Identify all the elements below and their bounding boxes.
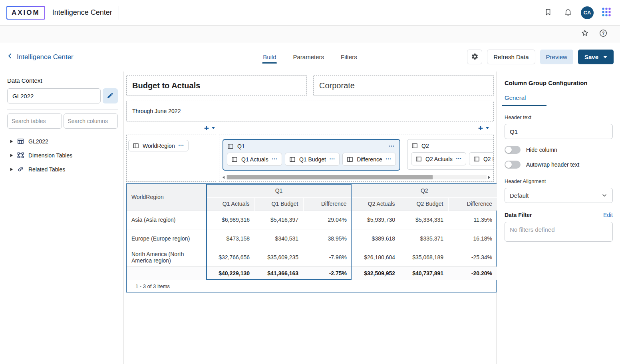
refresh-data-button[interactable]: Refresh Data — [487, 50, 535, 64]
topbar-actions: CA — [541, 6, 614, 20]
column-chip-q2-budget[interactable]: Q2 Budget ••• — [469, 152, 494, 165]
apps-grid-button[interactable] — [599, 6, 614, 20]
add-column-group-button[interactable]: + — [478, 124, 489, 132]
tree-item-gl2022[interactable]: GL2022 — [7, 134, 118, 148]
settings-button[interactable] — [467, 50, 482, 64]
data-context-input[interactable] — [7, 88, 101, 103]
hide-column-toggle[interactable] — [505, 146, 521, 154]
caret-right-icon[interactable] — [10, 168, 13, 171]
chip-menu-icon[interactable]: ••• — [456, 157, 462, 161]
data-filter-edit-link[interactable]: Edit — [603, 212, 613, 218]
report-period-block[interactable]: Through June 2022 — [126, 101, 494, 121]
help-icon: ? — [599, 29, 608, 39]
favorite-button[interactable] — [579, 28, 590, 40]
save-button[interactable]: Save — [578, 50, 614, 64]
header-text-input[interactable] — [505, 124, 613, 139]
preview-button[interactable]: Preview — [540, 50, 573, 64]
svg-text:?: ? — [602, 31, 604, 36]
tables-tree: GL2022 Dimension Tables Related Tables — [7, 134, 118, 176]
hide-column-toggle-row[interactable]: Hide column — [505, 146, 613, 154]
column-group-q1-chips: Q1 Actuals ••• Q1 Budget ••• — [223, 152, 399, 170]
scrollbar-track[interactable] — [226, 175, 487, 179]
toggle-knob — [505, 147, 512, 153]
report-toolbar: Intelligence Center Build Parameters Fil… — [0, 42, 620, 72]
column-chip-q1-difference[interactable]: Difference ••• — [342, 153, 396, 166]
column-groups-zone[interactable]: Q1 ••• Q1 Actuals ••• — [219, 135, 494, 182]
header-alignment-label: Header Alignment — [505, 178, 613, 184]
logo-text: AXIOM — [12, 9, 40, 16]
scrollbar-thumb[interactable] — [227, 175, 433, 179]
row-group-chip-worldregion[interactable]: WorldRegion ••• — [128, 140, 189, 151]
column-header[interactable]: Q1 Budget — [254, 197, 303, 210]
chip-menu-icon[interactable]: ••• — [179, 144, 184, 147]
chip-menu-icon[interactable]: ••• — [272, 157, 278, 161]
group-header-q2[interactable]: Q2 — [352, 184, 497, 197]
search-columns-input[interactable] — [64, 113, 118, 129]
caret-right-icon[interactable] — [10, 140, 13, 143]
horizontal-scrollbar[interactable] — [223, 175, 490, 180]
star-icon — [580, 29, 589, 39]
column-chip-q1-actuals[interactable]: Q1 Actuals ••• — [227, 153, 282, 166]
plus-icon: + — [478, 124, 483, 132]
tree-item-dimension-tables[interactable]: Dimension Tables — [7, 148, 118, 162]
link-icon — [17, 165, 24, 173]
autowrap-toggle-row[interactable]: Autowrap header text — [505, 161, 613, 169]
apps-grid-icon — [601, 7, 612, 18]
column-group-q2[interactable]: Q2 Q2 Actuals ••• — [407, 139, 494, 170]
toolbar-actions: Refresh Data Preview Save — [467, 50, 614, 64]
data-grid[interactable]: WorldRegion Q1 Q2 Q1 Actuals Q1 Budget D… — [126, 183, 497, 292]
column-header[interactable]: Difference — [448, 197, 497, 210]
back-link[interactable]: Intelligence Center — [6, 52, 74, 62]
row-group-zone[interactable]: WorldRegion ••• — [126, 135, 216, 182]
cell: $5,416,397 — [254, 210, 303, 229]
cell: $35,068,189 — [400, 248, 448, 267]
cell: 38.95% — [303, 229, 352, 248]
notifications-button[interactable] — [561, 6, 575, 20]
edit-data-context-button[interactable] — [103, 88, 118, 103]
add-row: + + — [126, 121, 494, 135]
column-header[interactable]: Difference — [303, 197, 352, 210]
total-cell: $41,366,163 — [254, 267, 303, 280]
tab-general[interactable]: General — [505, 94, 526, 106]
scroll-right-icon[interactable] — [488, 176, 490, 179]
group-menu-icon[interactable]: ••• — [389, 145, 395, 148]
chip-menu-icon[interactable]: ••• — [386, 157, 391, 161]
row-label: Europe (Europe region) — [127, 229, 206, 248]
autowrap-toggle[interactable] — [505, 161, 521, 169]
column-header[interactable]: Q2 Actuals — [352, 197, 400, 210]
row-header-cell[interactable]: WorldRegion — [127, 184, 206, 210]
data-filter-box[interactable]: No filters defined — [505, 222, 613, 242]
header-alignment-select[interactable]: Default — [505, 188, 613, 203]
report-title-block[interactable]: Budget to Actuals — [126, 75, 307, 96]
scroll-left-icon[interactable] — [223, 176, 225, 179]
caret-right-icon[interactable] — [10, 154, 13, 157]
search-tables-input[interactable] — [7, 113, 62, 129]
cell: 16.18% — [448, 229, 497, 248]
column-icon — [347, 156, 353, 163]
report-subtitle-block[interactable]: Corporate — [313, 75, 494, 96]
add-row-group-button[interactable]: + — [204, 124, 215, 132]
tab-parameters[interactable]: Parameters — [292, 50, 325, 64]
avatar[interactable]: CA — [581, 6, 594, 19]
tree-item-related-tables[interactable]: Related Tables — [7, 162, 118, 176]
bookmark-button[interactable] — [541, 6, 555, 20]
column-chip-q2-actuals[interactable]: Q2 Actuals ••• — [411, 152, 466, 165]
column-icon — [473, 156, 480, 162]
column-header[interactable]: Q2 Budget — [400, 197, 448, 210]
cell: $5,334,331 — [400, 210, 448, 229]
tab-build[interactable]: Build — [262, 50, 277, 64]
help-button[interactable]: ? — [598, 28, 609, 40]
tab-filters[interactable]: Filters — [340, 50, 358, 64]
column-chip-q1-budget[interactable]: Q1 Budget ••• — [285, 153, 340, 166]
group-header-q1[interactable]: Q1 — [206, 184, 352, 197]
column-header[interactable]: Q1 Actuals — [206, 197, 254, 210]
pencil-icon — [107, 92, 114, 100]
chevron-left-icon — [6, 52, 14, 62]
column-group-q1[interactable]: Q1 ••• Q1 Actuals ••• — [223, 139, 400, 171]
column-icon — [415, 156, 422, 162]
cell: $26,180,604 — [352, 248, 400, 267]
column-group-q2-header: Q2 — [407, 139, 494, 151]
table-icon — [17, 137, 24, 145]
axiom-logo[interactable]: AXIOM — [6, 6, 45, 20]
chip-menu-icon[interactable]: ••• — [330, 157, 335, 161]
